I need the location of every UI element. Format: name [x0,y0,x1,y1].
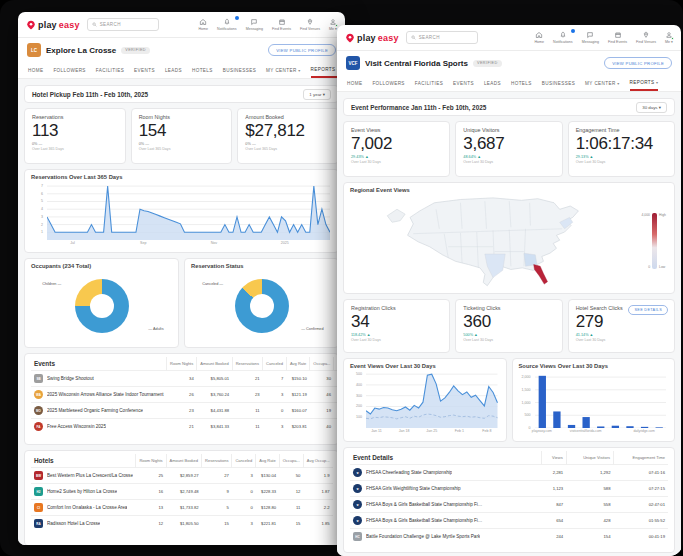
column-header[interactable]: Occupa... [310,357,334,371]
metric-delta: 0% — [245,142,331,146]
tab-businesses[interactable]: BUSINESSES [223,63,256,77]
delta-percent: 29.43% [351,155,365,159]
see-details-button[interactable]: SEE DETAILS [628,305,668,315]
metric-label: Reservations [32,114,118,120]
chevron-down-icon: ▾ [616,81,620,86]
row-name-cell: ★FHSAA Cheerleading State Championship [350,465,542,481]
column-header[interactable]: Room Nights [167,357,197,371]
column-header[interactable]: Amount Booked [166,454,201,468]
row-value-cell: 30 [310,371,334,387]
view-public-profile-button[interactable]: VIEW PUBLIC PROFILE [268,44,336,56]
event-details-table: Event DetailsViewsUnique VisitorsEngagem… [343,447,675,553]
row-name-cell: HCBattle Foundation Challenge @ Lake Myr… [350,529,542,545]
tab-facilities[interactable]: FACILITIES [96,63,124,77]
column-header[interactable]: Engagement Time [613,451,668,465]
tab-hotels[interactable]: HOTELS [192,63,213,77]
column-header[interactable]: Amount Booked [197,357,232,371]
tab-followers[interactable]: FOLLOWERS [372,76,404,90]
global-nav: HomeNotificationsMessagingFind EventsFin… [198,18,337,31]
column-header[interactable]: Reservations [202,454,232,468]
nav-item-notifications[interactable]: Notifications [217,18,237,31]
column-header[interactable]: Avg Rate [256,454,279,468]
table-row[interactable]: WA2025 Wisconsin Arrows Alliance State I… [31,387,339,403]
nav-item-find-venues[interactable]: Find Venues [300,18,320,31]
row-value-cell: 1.87 [303,484,332,500]
tab-reports[interactable]: REPORTS ▾ [311,62,340,78]
column-header[interactable]: Canceled [263,357,287,371]
nav-item-home[interactable]: Home [198,18,208,31]
tab-facilities[interactable]: FACILITIES [415,76,443,90]
table-row[interactable]: ★FHSAA Girls Weightlifting State Champio… [350,481,668,497]
nav-item-notifications[interactable]: Notifications [553,31,573,44]
y-axis-labels: 2,0001,5001,0005000 [521,372,533,428]
table-row[interactable]: BWBest Western Plus La Crescent/La Cross… [31,468,333,484]
tab-my-center[interactable]: MY CENTER ▾ [266,63,301,77]
global-nav: HomeNotificationsMessagingFind EventsFin… [534,31,673,44]
metric-card-unique-visitors: Unique Visitors3,68748.64% ▲Over Last 30… [455,121,562,177]
nav-item-label: Notifications [217,27,237,31]
view-public-profile-button[interactable]: VIEW PUBLIC PROFILE [604,57,672,69]
table-row[interactable]: HCBattle Foundation Challenge @ Lake Myr… [350,529,668,545]
nav-item-label: Home [198,27,208,31]
tab-hotels[interactable]: HOTELS [511,76,532,90]
y-axis-labels: 500400300200100 [352,372,364,428]
table-row[interactable]: MO2025 Marbleseed Organic Farming Confer… [31,403,339,419]
table-row[interactable]: ★FHSAA Boys & Girls Basketball State Cha… [350,513,668,529]
nav-item-find-events[interactable]: Find Events [272,18,291,31]
table-row[interactable]: H2Home2 Suites by Hilton La Crosse16$2,7… [31,484,333,500]
search-input[interactable]: SEARCH [87,18,159,31]
column-header[interactable]: Canceled [232,454,256,468]
tab-events[interactable]: EVENTS [134,63,155,77]
row-value-cell: 13 [136,500,166,516]
row-name: FHSAA Cheerleading State Championship [366,470,452,475]
date-range-dropdown[interactable]: 30 days ▾ [636,102,667,113]
table-row[interactable]: SBSwing Bridge Shootout34$5,805.01217$15… [31,371,339,387]
row-value-cell: 07:41:16 [613,465,668,481]
event-views-chart-card: Event Views Over Last 30 Days 5004003002… [343,358,507,442]
row-value-cell: 23 [167,403,197,419]
playeasy-logo[interactable]: playeasy [26,20,80,30]
nav-item-home[interactable]: Home [534,31,544,44]
nav-item-me[interactable]: Me ▾ [665,31,673,44]
tab-home[interactable]: HOME [347,76,362,90]
column-header[interactable]: Occupa... [279,454,303,468]
org-name: Explore La Crosse [46,46,116,55]
playeasy-logo[interactable]: playeasy [345,33,399,43]
column-header[interactable]: Room Nights [136,454,166,468]
column-header[interactable]: Avg Occup... [303,454,332,468]
regional-views-map-card: Regional Event Views 4,0000 Hi [343,182,675,294]
nav-item-me[interactable]: Me ▾ [329,18,337,31]
tab-home[interactable]: HOME [28,63,43,77]
date-range-dropdown[interactable]: 1 year ▾ [303,89,331,100]
search-input[interactable]: SEARCH [406,31,478,44]
nav-item-messaging[interactable]: Messaging [246,18,263,31]
row-value-cell: $3,760.24 [197,387,232,403]
nav-item-find-venues[interactable]: Find Venues [636,31,656,44]
column-header[interactable]: Views [542,451,567,465]
org-avatar[interactable]: VCF [346,56,360,70]
tab-followers[interactable]: FOLLOWERS [53,63,85,77]
nav-item-messaging[interactable]: Messaging [582,31,599,44]
table-row[interactable]: ★FHSAA Boys & Girls Basketball State Cha… [350,497,668,513]
tab-leads[interactable]: LEADS [165,63,182,77]
column-header[interactable]: Avg Rate [286,357,309,371]
table-row[interactable]: ★FHSAA Cheerleading State Championship2,… [350,465,668,481]
metric-period: Over Last 30 Days [463,338,554,342]
nav-item-find-events[interactable]: Find Events [608,31,627,44]
org-header: VCF Visit Central Florida Sports VERIFIE… [337,51,681,75]
tab-events[interactable]: EVENTS [453,76,474,90]
org-avatar[interactable]: LC [27,43,41,57]
table-row[interactable]: FAFree Access Wisconsin 202521$3,841.331… [31,419,339,435]
table-row[interactable]: CIComfort Inn Onalaska - La Crosse Area1… [31,500,333,516]
tab-leads[interactable]: LEADS [484,76,501,90]
x-axis-labels: JulSepNov2025 [47,241,330,248]
tab-my-center[interactable]: MY CENTER ▾ [585,76,620,90]
row-value-cell: 0 [263,403,287,419]
metric-label: Event Views [351,127,442,133]
org-tabs: HOMEFOLLOWERSFACILITIESEVENTSLEADSHOTELS… [18,62,345,79]
column-header[interactable]: Unique Visitors [566,451,613,465]
tab-businesses[interactable]: BUSINESSES [542,76,575,90]
column-header[interactable]: Reservations [232,357,262,371]
table-row[interactable]: RARadisson Hotel La Crosse12$1,805.50153… [31,516,333,532]
tab-reports[interactable]: REPORTS ▾ [630,75,659,91]
